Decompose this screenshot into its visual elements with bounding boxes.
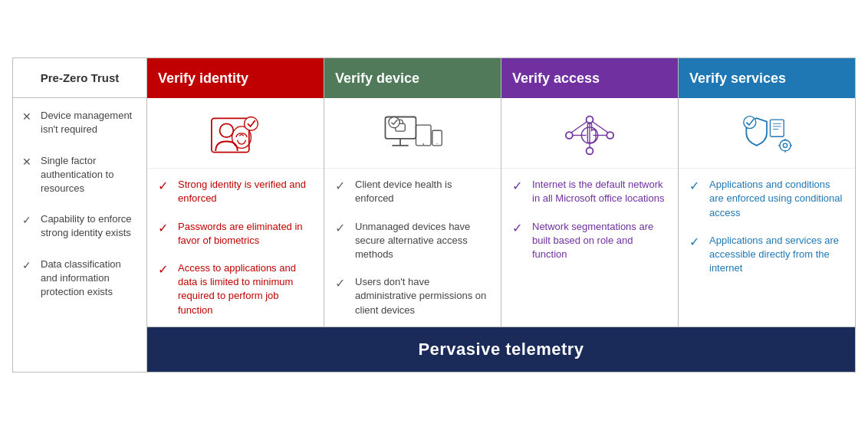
telemetry-footer: Pervasive telemetry [147,327,855,372]
svg-point-33 [744,117,756,129]
col-item-services-1: ✓Applications and services are accessibl… [689,234,844,276]
pre-item-text-0: Device management isn't required [41,109,137,136]
columns-row: Verify identity ✓Strong identity is veri… [147,58,855,327]
column-icon-identity [147,98,324,169]
column-icon-services [679,98,855,169]
column-items-services: ✓Applications and conditions are enforce… [679,169,855,327]
columns-area: Verify identity ✓Strong identity is veri… [147,58,855,372]
column-items-access: ✓Internet is the default network in all … [501,169,678,327]
svg-point-1 [220,124,234,138]
col-item-access-0: ✓Internet is the default network in all … [512,178,667,205]
col-item-text-device-2: Users don't have administrative permissi… [355,275,490,317]
col-item-text-identity-2: Access to applications and data is limit… [178,261,313,317]
main-container: Pre-Zero Trust ✕Device management isn't … [12,57,856,373]
col-item-text-access-1: Network segmentations are built based on… [532,220,667,262]
svg-line-21 [593,122,608,133]
col-item-text-services-1: Applications and services are accessible… [709,234,844,276]
content-row: Pre-Zero Trust ✕Device management isn't … [13,58,855,372]
col-item-device-1: ✓Unmanaged devices have secure alternati… [335,220,490,262]
svg-rect-10 [432,131,442,146]
check-icon: ✓ [158,261,172,278]
pre-item-text-3: Data classification and information prot… [41,258,137,300]
cross-icon: ✕ [22,110,35,125]
col-item-identity-2: ✓Access to applications and data is limi… [158,261,313,317]
svg-point-12 [389,117,399,128]
column-header-identity: Verify identity [147,58,324,98]
col-item-text-services-0: Applications and conditions are enforced… [709,178,844,220]
svg-rect-23 [770,120,784,136]
svg-point-16 [587,148,593,155]
col-item-access-1: ✓Network segmentations are built based o… [512,220,667,262]
check-icon: ✓ [22,258,35,274]
pre-zero-trust-panel: Pre-Zero Trust ✕Device management isn't … [13,58,147,372]
check-icon: ✓ [335,178,349,195]
pre-item-1: ✕Single factor authentication to resourc… [22,154,137,196]
check-icon: ✓ [512,220,526,237]
col-item-text-identity-0: Strong identity is verified and enforced [178,178,313,205]
col-item-services-0: ✓Applications and conditions are enforce… [689,178,844,220]
pre-item-text-2: Capability to enforce strong identity ex… [41,212,137,240]
svg-point-27 [780,140,791,151]
svg-line-20 [571,122,587,133]
column-header-device: Verify device [324,58,501,98]
column-access: Verify access ✓Internet is the default n… [501,58,679,327]
col-item-device-0: ✓Client device health is enforced [335,178,490,205]
pre-zero-trust-items: ✕Device management isn't required✕Single… [13,98,146,372]
column-items-identity: ✓Strong identity is verified and enforce… [147,169,324,327]
check-icon: ✓ [335,220,349,237]
check-icon: ✓ [512,178,526,195]
col-item-text-device-1: Unmanaged devices have secure alternativ… [355,220,490,262]
column-header-access: Verify access [501,58,678,98]
column-icon-device [324,98,501,169]
column-header-services: Verify services [679,58,855,98]
column-services: Verify services ✓Applications and condit… [679,58,855,327]
col-item-text-identity-1: Passwords are eliminated in favor of bio… [178,220,313,248]
pre-item-3: ✓Data classification and information pro… [22,258,137,300]
svg-point-14 [587,117,593,123]
svg-rect-8 [416,125,431,146]
check-icon: ✓ [689,178,703,195]
pre-zero-trust-header: Pre-Zero Trust [13,58,146,98]
check-icon: ✓ [689,234,703,251]
col-item-device-2: ✓Users don't have administrative permiss… [335,275,490,317]
check-icon: ✓ [158,178,172,195]
svg-point-28 [783,143,787,147]
column-identity: Verify identity ✓Strong identity is veri… [147,58,324,327]
col-item-identity-0: ✓Strong identity is verified and enforce… [158,178,313,205]
pre-item-0: ✕Device management isn't required [22,109,137,136]
pre-item-text-1: Single factor authentication to resource… [41,154,137,196]
column-icon-access [501,98,678,169]
column-items-device: ✓Client device health is enforced✓Unmana… [324,169,501,327]
col-item-text-access-0: Internet is the default network in all M… [532,178,667,205]
col-item-text-device-0: Client device health is enforced [355,178,490,205]
pre-item-2: ✓Capability to enforce strong identity e… [22,212,137,240]
column-device: Verify device ✓Client device health is e… [324,58,501,327]
check-icon: ✓ [158,220,172,237]
cross-icon: ✕ [22,155,35,170]
check-icon: ✓ [22,213,35,228]
col-item-identity-1: ✓Passwords are eliminated in favor of bi… [158,220,313,248]
svg-point-3 [245,117,258,131]
check-icon: ✓ [335,275,349,292]
